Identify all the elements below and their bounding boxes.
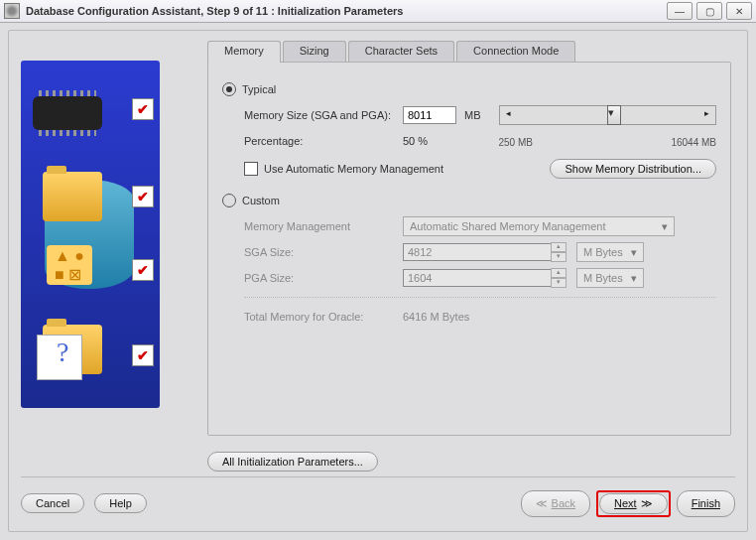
chevron-right-icon: ≫ (641, 497, 653, 510)
cancel-button[interactable]: Cancel (21, 493, 84, 513)
folders-icon (43, 172, 102, 221)
checkbox-amm[interactable] (244, 162, 258, 176)
memory-size-label: Memory Size (SGA and PGA): (244, 109, 403, 121)
show-memory-distribution-button[interactable]: Show Memory Distribution... (550, 159, 716, 179)
memory-management-select: Automatic Shared Memory Management▾ (403, 216, 675, 236)
pga-size-label: PGA Size: (244, 272, 403, 284)
app-icon (4, 3, 20, 19)
total-memory-label: Total Memory for Oracle: (244, 311, 403, 323)
back-button[interactable]: ≪Back (521, 490, 590, 517)
memory-management-label: Memory Management (244, 220, 403, 232)
checkbox-amm-label: Use Automatic Memory Management (264, 163, 443, 175)
memory-size-unit: MB (464, 109, 481, 121)
help-button[interactable]: Help (94, 493, 147, 513)
percentage-value: 50 % (403, 135, 456, 147)
titlebar: Database Configuration Assistant, Step 9… (0, 0, 756, 23)
close-button[interactable]: ✕ (726, 2, 752, 20)
percentage-label: Percentage: (244, 135, 403, 147)
slider-min-label: 250 MB (499, 137, 533, 148)
tab-memory[interactable]: Memory (207, 41, 281, 63)
tab-sizing[interactable]: Sizing (283, 41, 346, 63)
next-button-highlight: Next≫ (596, 490, 671, 517)
chevron-down-icon: ▾ (662, 220, 668, 233)
tab-strip: Memory Sizing Character Sets Connection … (207, 41, 731, 63)
question-mark-icon: ? (57, 337, 68, 368)
memory-size-input[interactable] (403, 106, 456, 124)
tab-connection-mode[interactable]: Connection Mode (456, 41, 575, 63)
pga-stepper: ▴▾ (551, 268, 567, 288)
pga-unit-select: M Bytes▾ (576, 268, 644, 288)
slider-right-arrow-icon[interactable]: ▸ (704, 108, 709, 118)
radio-custom[interactable] (222, 194, 236, 207)
tab-panel-memory: Typical Memory Size (SGA and PGA): MB ◂ … (207, 62, 731, 436)
step-check-4: ✔ (132, 344, 154, 366)
pga-size-input (403, 269, 552, 287)
radio-custom-label: Custom (242, 195, 280, 206)
sga-unit-select: M Bytes▾ (576, 242, 644, 262)
wizard-sidebar: ✔ ✔ ▲ ●■ ⊠ ✔ ? ✔ (21, 61, 160, 408)
step-check-1: ✔ (132, 98, 154, 120)
maximize-button[interactable]: ▢ (696, 2, 722, 20)
radio-typical-label: Typical (242, 83, 276, 95)
slider-thumb[interactable]: ▾ (607, 105, 621, 125)
finish-button[interactable]: Finish (677, 490, 735, 517)
total-memory-value: 6416 M Bytes (403, 311, 469, 323)
next-button[interactable]: Next≫ (599, 493, 668, 514)
sga-size-input (403, 243, 552, 261)
step-check-3: ✔ (132, 259, 154, 281)
sga-size-label: SGA Size: (244, 246, 403, 258)
shapes-step-icon: ▲ ●■ ⊠ (47, 245, 92, 285)
tab-character-sets[interactable]: Character Sets (348, 41, 454, 63)
chevron-left-icon: ≪ (536, 497, 548, 510)
window-title: Database Configuration Assistant, Step 9… (26, 5, 667, 17)
chip-icon (33, 96, 102, 130)
slider-left-arrow-icon[interactable]: ◂ (506, 108, 511, 118)
radio-typical[interactable] (222, 82, 236, 96)
slider-max-label: 16044 MB (671, 137, 716, 148)
all-init-params-button[interactable]: All Initialization Parameters... (207, 452, 378, 472)
wizard-footer: Cancel Help ≪Back Next≫ Finish (21, 476, 735, 521)
step-check-2: ✔ (132, 186, 154, 207)
dbca-window: Database Configuration Assistant, Step 9… (0, 0, 756, 540)
memory-size-slider[interactable]: ◂ ▾ ▸ (499, 105, 717, 125)
sga-stepper: ▴▾ (551, 242, 567, 262)
minimize-button[interactable]: — (667, 2, 693, 20)
